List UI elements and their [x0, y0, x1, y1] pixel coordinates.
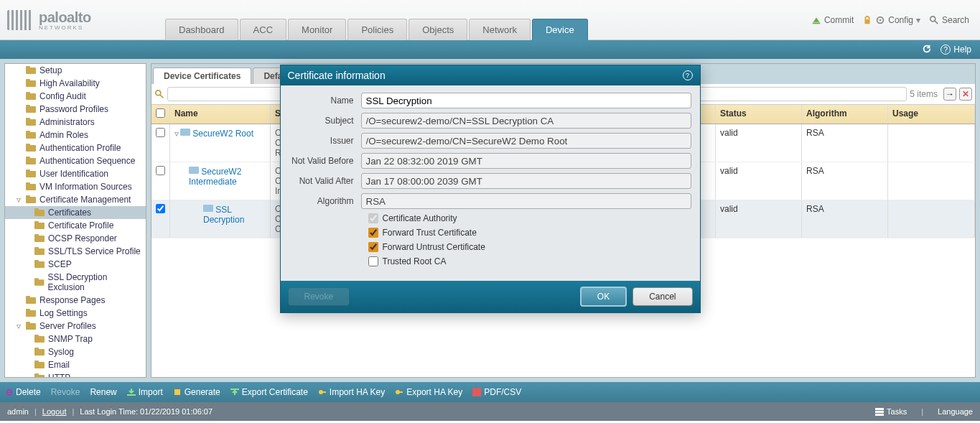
language-link[interactable]: Language [938, 407, 973, 416]
issuer-label: Issuer [289, 136, 361, 146]
ca-label: Certificate Authority [383, 213, 457, 223]
commit-button[interactable]: Commit [811, 15, 854, 25]
svg-rect-67 [875, 408, 884, 410]
fwd-trust-label: Forward Trust Certificate [383, 228, 477, 238]
import-action[interactable]: Import [127, 387, 163, 397]
modal-body: Name Subject Issuer Not Valid Before Not… [281, 85, 700, 281]
app-header: paloalto NETWORKS DashboardACCMonitorPol… [0, 0, 980, 40]
export-icon [230, 388, 239, 396]
logo-sub: NETWORKS [39, 24, 91, 31]
svg-rect-63 [322, 391, 326, 393]
alg-label: Algorithm [289, 196, 361, 206]
fwd-untrust-checkbox[interactable] [368, 242, 378, 252]
export-ha-action[interactable]: Export HA Key [395, 387, 462, 397]
search-button[interactable]: Search [929, 15, 969, 25]
config-button[interactable]: Config ▾ [862, 15, 920, 25]
subject-input [361, 113, 691, 129]
tab-acc[interactable]: ACC [240, 19, 286, 40]
logo-text: paloalto [39, 9, 91, 26]
modal-help-icon[interactable]: ? [683, 70, 693, 80]
svg-point-3 [879, 19, 882, 21]
svg-rect-0 [813, 22, 821, 24]
commit-icon [811, 15, 821, 25]
delete-action[interactable]: ⊖Delete [6, 387, 41, 397]
ca-checkbox [368, 213, 378, 223]
nvb-label: Not Valid Before [289, 156, 361, 166]
main-tabs: DashboardACCMonitorPoliciesObjectsNetwor… [165, 0, 589, 40]
tasks-link[interactable]: Tasks [875, 407, 907, 416]
nva-label: Not Valid After [289, 176, 361, 186]
tab-device[interactable]: Device [532, 19, 588, 40]
refresh-button[interactable] [922, 44, 932, 56]
tasks-icon [875, 407, 884, 416]
modal-overlay: Certificate information ? Name Subject I… [0, 59, 980, 382]
delete-icon: ⊖ [6, 387, 13, 397]
modal-header: Certificate information ? [281, 65, 700, 85]
logo-icon [7, 10, 33, 30]
pdf-icon [472, 388, 481, 396]
action-bar: ⊖Delete Revoke Renew Import Generate Exp… [0, 382, 980, 402]
import-icon [127, 388, 136, 396]
certificate-info-modal: Certificate information ? Name Subject I… [280, 65, 701, 313]
export-ha-icon [395, 388, 403, 396]
help-icon: ? [941, 45, 951, 55]
chevron-down-icon: ▾ [916, 15, 920, 25]
svg-rect-68 [875, 411, 884, 413]
trusted-root-label: Trusted Root CA [383, 256, 447, 266]
svg-rect-69 [875, 414, 884, 416]
search-icon [929, 15, 939, 25]
refresh-icon [922, 44, 932, 54]
name-label: Name [289, 96, 361, 106]
gear-icon [875, 15, 885, 25]
svg-rect-61 [230, 389, 239, 390]
generate-icon [173, 388, 182, 396]
tab-policies[interactable]: Policies [347, 19, 407, 40]
generate-action[interactable]: Generate [173, 387, 220, 397]
lock-icon [862, 15, 872, 25]
content: SetupHigh AvailabilityConfig AuditPasswo… [0, 59, 980, 382]
fwd-untrust-label: Forward Untrust Certificate [383, 242, 485, 252]
svg-rect-66 [472, 388, 481, 396]
footer: admin | Logout | Last Login Time: 01/22/… [0, 402, 980, 421]
logo: paloalto NETWORKS [0, 9, 144, 31]
svg-line-5 [935, 20, 938, 23]
revoke-action: Revoke [51, 387, 80, 397]
name-input[interactable] [361, 93, 691, 108]
nva-input [361, 173, 691, 189]
footer-user: admin [7, 407, 29, 416]
svg-point-4 [930, 16, 935, 21]
cancel-button[interactable]: Cancel [633, 287, 692, 306]
svg-rect-1 [865, 19, 870, 24]
alg-input [361, 193, 691, 209]
svg-rect-60 [174, 389, 180, 395]
tab-dashboard[interactable]: Dashboard [165, 19, 238, 40]
help-button[interactable]: ? Help [941, 45, 971, 55]
modal-title: Certificate information [288, 70, 386, 81]
tab-network[interactable]: Network [469, 19, 531, 40]
import-ha-icon [318, 388, 327, 396]
subheader: ? Help [0, 40, 980, 59]
svg-rect-59 [127, 394, 136, 396]
nvb-input [361, 153, 691, 169]
trusted-root-checkbox[interactable] [368, 256, 378, 266]
last-login: Last Login Time: 01/22/2019 01:06:07 [80, 407, 213, 416]
tab-objects[interactable]: Objects [409, 19, 467, 40]
logout-link[interactable]: Logout [42, 407, 67, 416]
header-actions: Commit Config ▾ Search [811, 15, 980, 25]
fwd-trust-checkbox[interactable] [368, 228, 378, 238]
pdf-action[interactable]: PDF/CSV [472, 387, 521, 397]
import-ha-action[interactable]: Import HA Key [318, 387, 385, 397]
tab-monitor[interactable]: Monitor [288, 19, 346, 40]
ok-button[interactable]: OK [580, 287, 627, 307]
revoke-button: Revoke [288, 287, 350, 306]
svg-rect-65 [399, 391, 403, 393]
export-action[interactable]: Export Certificate [230, 387, 308, 397]
issuer-input [361, 133, 691, 149]
renew-action[interactable]: Renew [90, 387, 116, 397]
modal-footer: Revoke OK Cancel [281, 281, 700, 312]
subject-label: Subject [289, 116, 361, 126]
